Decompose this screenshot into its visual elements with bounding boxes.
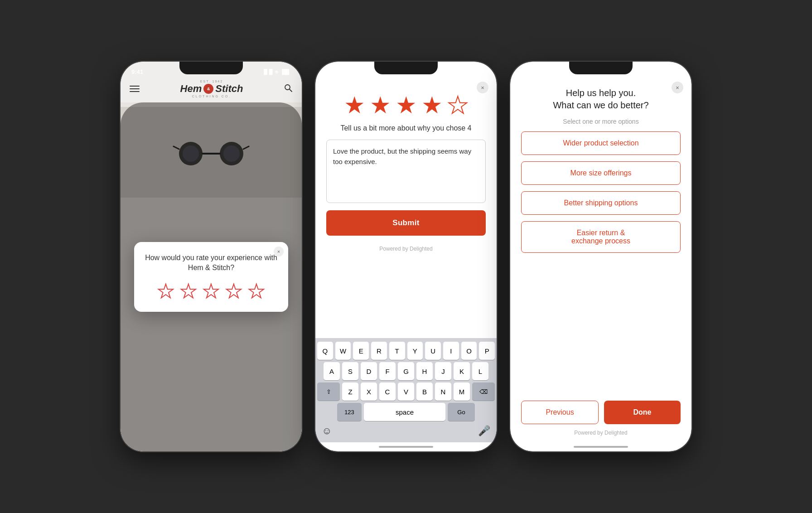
key-u[interactable]: U [425, 342, 441, 360]
keyboard-bottom-row: ☺ 🎤 [317, 423, 495, 440]
notch-3 [569, 62, 633, 74]
key-o[interactable]: O [461, 342, 477, 360]
search-button[interactable] [284, 83, 293, 95]
phone1-app: EST. 1942 Hem & Stitch CLOTHING CO. [121, 62, 302, 451]
key-y[interactable]: Y [407, 342, 423, 360]
rating-modal-1: × How would you rate your experience wit… [134, 242, 288, 312]
p3-option-shipping[interactable]: Better shipping options [521, 191, 681, 215]
key-backspace[interactable]: ⌫ [472, 382, 495, 401]
p2-feedback-textarea[interactable]: Love the product, but the shipping seems… [326, 140, 486, 203]
signal-icon-3: ▐▌█ [652, 69, 662, 74]
keyboard-row-3: ⇧ Z X C V B N M ⌫ [317, 382, 495, 401]
key-b[interactable]: B [416, 382, 433, 401]
star-1-3[interactable]: ★ [203, 282, 220, 301]
status-icons-3: ▐▌█ ⌾ ▐█▌ [652, 69, 681, 74]
key-j[interactable]: J [435, 362, 451, 380]
key-w[interactable]: W [335, 342, 351, 360]
key-123[interactable]: 123 [337, 403, 362, 421]
key-v[interactable]: V [398, 382, 414, 401]
p2-star-2[interactable]: ★ [370, 93, 391, 117]
keyboard-row-2: A S D F G H J K L [317, 362, 495, 380]
star-1-5[interactable]: ★ [248, 282, 265, 301]
star-1-2[interactable]: ★ [180, 282, 197, 301]
key-p[interactable]: P [479, 342, 495, 360]
key-e[interactable]: E [353, 342, 369, 360]
p2-powered-label: Powered by Delighted [326, 243, 486, 256]
p3-title-line1: Help us help you. [566, 88, 636, 98]
signal-icon-2: ▐▌█ [457, 69, 467, 74]
p2-question: Tell us a bit more about why you chose 4 [326, 124, 486, 132]
phone3-content: 9:41 ▐▌█ ⌾ ▐█▌ × Help us help you. What … [510, 62, 691, 451]
emoji-button[interactable]: ☺ [322, 425, 332, 437]
brand-stitch: Stitch [215, 83, 243, 95]
status-icons-2: ▐▌█ ⌾ ▐█▌ [457, 69, 486, 74]
brand-logo: EST. 1942 Hem & Stitch CLOTHING CO. [140, 80, 284, 98]
p2-stars-row[interactable]: ★ ★ ★ ★ ★ [326, 87, 486, 117]
p3-footer: Previous Done Powered by Delighted [510, 394, 691, 442]
notch-2 [374, 62, 438, 74]
p2-submit-button[interactable]: Submit [326, 210, 486, 236]
home-indicator-2 [315, 442, 497, 451]
modal-question-1: How would you rate your experience with … [143, 253, 279, 273]
key-i[interactable]: I [443, 342, 459, 360]
wifi-icon-2: ⌾ [470, 69, 473, 74]
key-c[interactable]: C [379, 382, 396, 401]
key-space[interactable]: space [364, 403, 445, 421]
p2-star-1[interactable]: ★ [344, 93, 365, 117]
key-l[interactable]: L [472, 362, 488, 380]
key-a[interactable]: A [324, 362, 340, 380]
p3-close-button[interactable]: × [672, 82, 683, 93]
phone2-screen: 9:41 ▐▌█ ⌾ ▐█▌ × ★ ★ ★ ★ ★ [315, 62, 497, 451]
key-d[interactable]: D [361, 362, 377, 380]
p3-option-size-offerings[interactable]: More size offerings [521, 161, 681, 185]
stars-row-1[interactable]: ★ ★ ★ ★ ★ [143, 282, 279, 301]
p3-done-button[interactable]: Done [604, 401, 681, 424]
key-t[interactable]: T [389, 342, 405, 360]
p2-close-button[interactable]: × [477, 82, 488, 93]
status-time-3: 9:41 [521, 68, 533, 75]
star-1-1[interactable]: ★ [157, 282, 174, 301]
key-q[interactable]: Q [317, 342, 333, 360]
key-x[interactable]: X [361, 382, 377, 401]
key-h[interactable]: H [416, 362, 433, 380]
battery-icon-3: ▐█▌ [670, 69, 681, 74]
key-m[interactable]: M [454, 382, 470, 401]
p3-previous-button[interactable]: Previous [521, 401, 599, 424]
modal-close-button-1[interactable]: × [274, 247, 284, 256]
key-z[interactable]: Z [342, 382, 358, 401]
mic-button[interactable]: 🎤 [478, 425, 490, 437]
key-s[interactable]: S [342, 362, 358, 380]
key-k[interactable]: K [454, 362, 470, 380]
phone-2: 9:41 ▐▌█ ⌾ ▐█▌ × ★ ★ ★ ★ ★ [315, 62, 497, 451]
home-bar-2 [379, 446, 433, 448]
p3-subtitle: Select one or more options [521, 118, 681, 125]
p3-option-return-exchange[interactable]: Easier return &exchange process [521, 221, 681, 253]
home-bar-3 [574, 446, 628, 448]
phone2-content: 9:41 ▐▌█ ⌾ ▐█▌ × ★ ★ ★ ★ ★ [315, 62, 497, 451]
p2-star-4[interactable]: ★ [421, 93, 443, 117]
search-icon [284, 83, 293, 92]
key-g[interactable]: G [398, 362, 414, 380]
hamburger-icon[interactable] [130, 86, 140, 92]
p2-star-3[interactable]: ★ [396, 93, 417, 117]
key-n[interactable]: N [435, 382, 451, 401]
p3-option-wider-selection[interactable]: Wider product selection [521, 131, 681, 155]
battery-icon-1: ▐█▌ [280, 69, 291, 74]
brand-est: EST. 1942 [140, 80, 284, 83]
app-content: × How would you rate your experience wit… [121, 102, 302, 451]
svg-point-0 [285, 85, 290, 90]
p3-body: Help us help you. What can we do better?… [510, 78, 691, 394]
key-r[interactable]: R [371, 342, 387, 360]
key-f[interactable]: F [379, 362, 396, 380]
wifi-icon-1: ⌾ [275, 69, 278, 74]
notch-1 [179, 62, 243, 74]
p2-star-5[interactable]: ★ [447, 93, 469, 117]
wifi-icon-3: ⌾ [665, 69, 668, 74]
keyboard-row-1: Q W E R T Y U I O P [317, 342, 495, 360]
p3-action-buttons: Previous Done [521, 401, 681, 424]
star-1-4[interactable]: ★ [225, 282, 242, 301]
key-go[interactable]: Go [448, 403, 475, 421]
keyboard: Q W E R T Y U I O P A S D F G H [315, 338, 497, 442]
svg-line-1 [290, 89, 292, 92]
key-shift[interactable]: ⇧ [317, 382, 340, 401]
